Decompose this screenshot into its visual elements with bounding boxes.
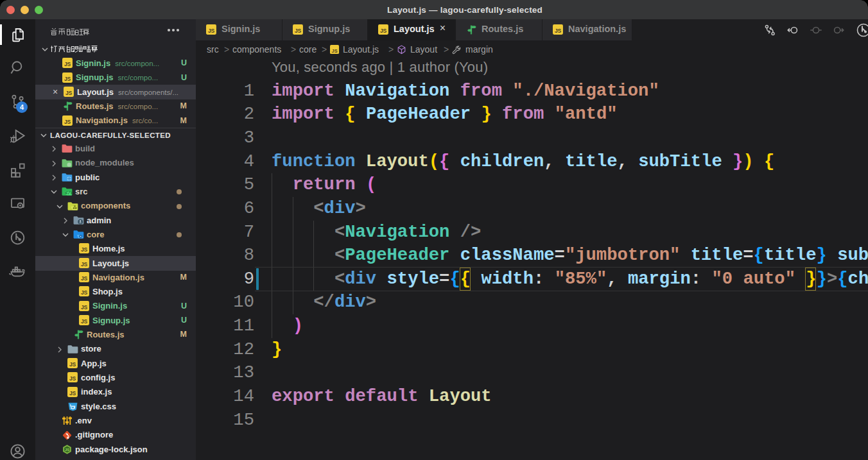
- svg-text:</>: </>: [65, 191, 73, 196]
